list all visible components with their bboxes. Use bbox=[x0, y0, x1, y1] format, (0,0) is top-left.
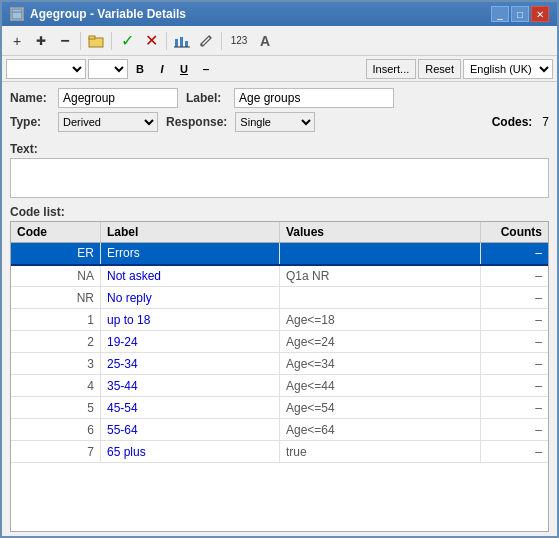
underline-button[interactable]: U bbox=[174, 59, 194, 79]
cell-values: Age<=44 bbox=[280, 375, 481, 397]
title-bar: Agegroup - Variable Details _ □ ✕ bbox=[2, 2, 557, 26]
variable-details-window: Agegroup - Variable Details _ □ ✕ + ✚ − … bbox=[0, 0, 559, 538]
codes-value: 7 bbox=[542, 115, 549, 129]
language-dropdown[interactable]: English (UK) bbox=[463, 59, 553, 79]
table-row[interactable]: 655-64Age<=64– bbox=[11, 419, 548, 441]
name-row: Name: Label: bbox=[10, 88, 549, 108]
cell-counts: – bbox=[481, 353, 548, 375]
type-row: Type: Derived Response: Single Codes: 7 bbox=[10, 112, 549, 132]
add-between-button[interactable]: ✚ bbox=[30, 30, 52, 52]
toolbar: + ✚ − ✓ ✕ 123 A bbox=[2, 26, 557, 56]
open-button[interactable] bbox=[85, 30, 107, 52]
table-row[interactable]: ERErrors– bbox=[11, 243, 548, 265]
form-area: Name: Label: Type: Derived Response: Sin… bbox=[2, 82, 557, 142]
number-button[interactable]: 123 bbox=[226, 30, 252, 52]
cell-counts: – bbox=[481, 287, 548, 309]
table-row[interactable]: 1up to 18Age<=18– bbox=[11, 309, 548, 331]
window-title: Agegroup - Variable Details bbox=[30, 7, 186, 21]
cell-label: 45-54 bbox=[101, 397, 280, 419]
svg-rect-0 bbox=[12, 9, 22, 19]
cell-label: up to 18 bbox=[101, 309, 280, 331]
svg-rect-5 bbox=[180, 37, 183, 47]
cell-label: Not asked bbox=[101, 265, 280, 287]
edit-button[interactable] bbox=[195, 30, 217, 52]
table-row[interactable]: 545-54Age<=54– bbox=[11, 397, 548, 419]
col-header-label: Label bbox=[101, 222, 280, 243]
cell-label: Errors bbox=[101, 243, 280, 265]
remove-button[interactable]: − bbox=[54, 30, 76, 52]
reset-button[interactable]: Reset bbox=[418, 59, 461, 79]
toolbar-sep-3 bbox=[166, 32, 167, 50]
text-button[interactable]: A bbox=[254, 30, 276, 52]
title-buttons: _ □ ✕ bbox=[491, 6, 549, 22]
svg-line-8 bbox=[209, 36, 211, 38]
text-label: Text: bbox=[10, 142, 549, 156]
table-row[interactable]: 765 plustrue– bbox=[11, 441, 548, 463]
code-list-section: Code list: Code Label Values Counts EREr… bbox=[2, 205, 557, 536]
cell-values bbox=[280, 243, 481, 265]
maximize-button[interactable]: □ bbox=[511, 6, 529, 22]
text-section: Text: bbox=[2, 142, 557, 205]
response-select[interactable]: Single bbox=[235, 112, 315, 132]
window-icon bbox=[10, 7, 24, 21]
cell-values: Q1a NR bbox=[280, 265, 481, 287]
cell-code: 6 bbox=[11, 419, 101, 441]
formatting-bar: B I U – Insert... Reset English (UK) bbox=[2, 56, 557, 82]
cell-label: 55-64 bbox=[101, 419, 280, 441]
col-header-code: Code bbox=[11, 222, 101, 243]
cell-label: 65 plus bbox=[101, 441, 280, 463]
svg-rect-6 bbox=[185, 41, 188, 47]
cell-values: Age<=54 bbox=[280, 397, 481, 419]
name-input[interactable] bbox=[58, 88, 178, 108]
cross-button[interactable]: ✕ bbox=[140, 30, 162, 52]
cell-code: NR bbox=[11, 287, 101, 309]
cell-values: Age<=24 bbox=[280, 331, 481, 353]
toolbar-sep-4 bbox=[221, 32, 222, 50]
cell-code: 2 bbox=[11, 331, 101, 353]
font-dropdown[interactable] bbox=[6, 59, 86, 79]
table-row[interactable]: 219-24Age<=24– bbox=[11, 331, 548, 353]
table-row[interactable]: 325-34Age<=34– bbox=[11, 353, 548, 375]
codes-table: Code Label Values Counts ERErrors–NANot … bbox=[11, 222, 548, 463]
insert-button[interactable]: Insert... bbox=[366, 59, 417, 79]
size-dropdown[interactable] bbox=[88, 59, 128, 79]
bold-button[interactable]: B bbox=[130, 59, 150, 79]
cell-values: true bbox=[280, 441, 481, 463]
table-row[interactable]: NANot askedQ1a NR– bbox=[11, 265, 548, 287]
type-select[interactable]: Derived bbox=[58, 112, 158, 132]
cell-counts: – bbox=[481, 243, 548, 265]
code-table-body: ERErrors–NANot askedQ1a NR–NRNo reply–1u… bbox=[11, 243, 548, 463]
name-label: Name: bbox=[10, 91, 50, 105]
cell-label: No reply bbox=[101, 287, 280, 309]
col-header-counts: Counts bbox=[481, 222, 548, 243]
title-bar-left: Agegroup - Variable Details bbox=[10, 7, 186, 21]
cell-counts: – bbox=[481, 375, 548, 397]
cell-counts: – bbox=[481, 441, 548, 463]
toolbar-sep-1 bbox=[80, 32, 81, 50]
strikethrough-button[interactable]: – bbox=[196, 59, 216, 79]
cell-counts: – bbox=[481, 265, 548, 287]
check-button[interactable]: ✓ bbox=[116, 30, 138, 52]
close-button[interactable]: ✕ bbox=[531, 6, 549, 22]
chart-button[interactable] bbox=[171, 30, 193, 52]
cell-counts: – bbox=[481, 419, 548, 441]
minimize-button[interactable]: _ bbox=[491, 6, 509, 22]
svg-rect-4 bbox=[175, 39, 178, 47]
text-textarea[interactable] bbox=[10, 158, 549, 198]
cell-values bbox=[280, 287, 481, 309]
codes-label: Codes: bbox=[492, 115, 533, 129]
cell-code: 1 bbox=[11, 309, 101, 331]
table-row[interactable]: 435-44Age<=44– bbox=[11, 375, 548, 397]
italic-button[interactable]: I bbox=[152, 59, 172, 79]
cell-values: Age<=34 bbox=[280, 353, 481, 375]
add-button[interactable]: + bbox=[6, 30, 28, 52]
cell-values: Age<=18 bbox=[280, 309, 481, 331]
cell-label: 35-44 bbox=[101, 375, 280, 397]
table-header-row: Code Label Values Counts bbox=[11, 222, 548, 243]
label-input[interactable] bbox=[234, 88, 394, 108]
cell-code: 7 bbox=[11, 441, 101, 463]
cell-code: 3 bbox=[11, 353, 101, 375]
cell-label: 25-34 bbox=[101, 353, 280, 375]
label-label: Label: bbox=[186, 91, 226, 105]
table-row[interactable]: NRNo reply– bbox=[11, 287, 548, 309]
